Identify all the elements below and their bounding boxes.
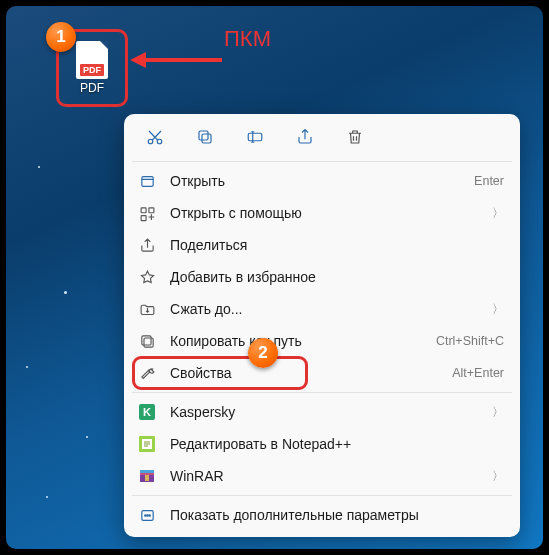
- menu-label: Копировать как путь: [170, 333, 422, 349]
- copy-button[interactable]: [194, 126, 216, 148]
- chevron-right-icon: 〉: [492, 301, 504, 318]
- annotation-arrow: [144, 58, 222, 62]
- copy-path-icon: [138, 332, 156, 350]
- share-quick-button[interactable]: [294, 126, 316, 148]
- menu-label: Открыть: [170, 173, 460, 189]
- chevron-right-icon: 〉: [492, 205, 504, 222]
- star: [64, 291, 67, 294]
- desktop-file-label: PDF: [80, 81, 104, 95]
- svg-point-1: [157, 139, 162, 144]
- open-with-icon: [138, 204, 156, 222]
- annotation-step-1: 1: [46, 22, 76, 52]
- svg-point-22: [148, 514, 149, 515]
- svg-rect-8: [141, 215, 146, 220]
- cut-button[interactable]: [144, 126, 166, 148]
- star: [46, 496, 48, 498]
- menu-label: Редактировать в Notepad++: [170, 436, 504, 452]
- context-menu-quick-actions: [124, 120, 520, 158]
- separator: [132, 495, 512, 496]
- rename-button[interactable]: [244, 126, 266, 148]
- menu-shortcut: Enter: [474, 174, 504, 188]
- annotation-arrow-head: [130, 52, 146, 68]
- svg-rect-6: [141, 207, 146, 212]
- svg-point-20: [144, 514, 145, 515]
- svg-rect-3: [199, 131, 208, 140]
- svg-rect-18: [145, 475, 149, 481]
- desktop-area: PDF PDF 1 ПКМ: [6, 6, 543, 549]
- svg-point-0: [148, 139, 153, 144]
- open-icon: [138, 172, 156, 190]
- chevron-right-icon: 〉: [492, 404, 504, 421]
- wrench-icon: [138, 364, 156, 382]
- menu-open[interactable]: Открыть Enter: [124, 165, 520, 197]
- delete-button[interactable]: [344, 126, 366, 148]
- svg-text:K: K: [143, 406, 151, 418]
- svg-point-21: [146, 514, 147, 515]
- menu-label: Открыть с помощью: [170, 205, 478, 221]
- svg-rect-7: [148, 207, 153, 212]
- star: [86, 436, 88, 438]
- menu-label: Показать дополнительные параметры: [170, 507, 504, 523]
- chevron-right-icon: 〉: [492, 468, 504, 485]
- svg-rect-10: [141, 335, 150, 344]
- menu-label: Сжать до...: [170, 301, 478, 317]
- menu-kaspersky[interactable]: K Kaspersky 〉: [124, 396, 520, 428]
- context-menu: Открыть Enter Открыть с помощью 〉 Подели…: [124, 114, 520, 537]
- winrar-icon: [138, 467, 156, 485]
- menu-favorite[interactable]: Добавить в избранное: [124, 261, 520, 293]
- svg-rect-9: [143, 337, 152, 346]
- annotation-pkm-label: ПКМ: [224, 26, 271, 52]
- menu-winrar[interactable]: WinRAR 〉: [124, 460, 520, 492]
- menu-shortcut: Alt+Enter: [452, 366, 504, 380]
- menu-label: Kaspersky: [170, 404, 478, 420]
- menu-label: Добавить в избранное: [170, 269, 504, 285]
- menu-compress[interactable]: Сжать до... 〉: [124, 293, 520, 325]
- menu-open-with[interactable]: Открыть с помощью 〉: [124, 197, 520, 229]
- annotation-step-2: 2: [248, 338, 278, 368]
- menu-shortcut: Ctrl+Shift+C: [436, 334, 504, 348]
- menu-notepadpp[interactable]: Редактировать в Notepad++: [124, 428, 520, 460]
- notepadpp-icon: [138, 435, 156, 453]
- svg-rect-5: [141, 176, 152, 186]
- star: [38, 166, 40, 168]
- more-options-icon: [138, 506, 156, 524]
- svg-rect-2: [202, 134, 211, 143]
- svg-rect-17: [140, 470, 154, 473]
- menu-label: Свойства: [170, 365, 438, 381]
- menu-label: Поделиться: [170, 237, 504, 253]
- menu-copy-path[interactable]: Копировать как путь Ctrl+Shift+C: [124, 325, 520, 357]
- menu-properties[interactable]: Свойства Alt+Enter: [124, 357, 520, 389]
- separator: [132, 161, 512, 162]
- pdf-badge: PDF: [80, 64, 104, 76]
- menu-show-more[interactable]: Показать дополнительные параметры: [124, 499, 520, 531]
- menu-share[interactable]: Поделиться: [124, 229, 520, 261]
- svg-rect-4: [248, 133, 262, 141]
- star-icon: [138, 268, 156, 286]
- separator: [132, 392, 512, 393]
- pdf-file-icon: PDF: [76, 41, 108, 79]
- menu-label: WinRAR: [170, 468, 478, 484]
- share-icon: [138, 236, 156, 254]
- kaspersky-icon: K: [138, 403, 156, 421]
- archive-icon: [138, 300, 156, 318]
- star: [26, 366, 28, 368]
